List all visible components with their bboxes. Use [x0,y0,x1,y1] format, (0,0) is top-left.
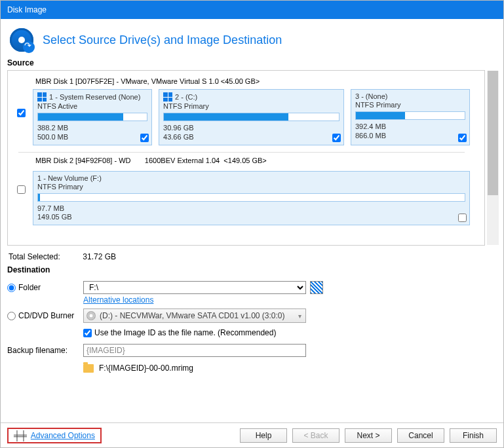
browse-folder-button[interactable] [310,281,323,294]
destination-panel: Folder F:\ Alternative locations CD/DVD … [1,281,503,373]
partition-stats: 97.7 MB 149.05 GB [37,204,465,223]
partition-stats: 388.2 MB 500.0 MB [37,124,147,142]
partition-checkbox[interactable] [458,214,467,222]
alternative-locations-link[interactable]: Alternative locations [83,295,153,305]
burner-select[interactable]: (D:) - NECVMWar, VMware SATA CD01 v1.00 … [83,308,306,323]
use-image-id-checkbox[interactable] [83,329,92,337]
source-list: MBR Disk 1 [D07F5F2E] - VMware, VMware V… [7,70,485,246]
help-button[interactable]: Help [240,428,287,443]
usage-bar [37,193,465,202]
partition-name: 2 - (C:) [175,93,197,101]
partition-type: NTFS Primary [37,183,465,191]
disk1-row: 1 - System Reserved (None) NTFS Active 3… [13,89,470,145]
window-title: Disk Image [7,5,47,14]
partition-type: NTFS Active [37,102,147,110]
total-selected-value: 31.72 GB [83,252,116,261]
partition-name: 1 - System Reserved (None) [49,93,140,101]
usage-bar [355,111,465,120]
destination-section-label: Destination [1,265,503,277]
folder-radio[interactable] [7,284,16,292]
windows-icon [163,92,172,102]
cancel-button[interactable]: Cancel [397,428,444,443]
backup-filename-label: Backup filename: [7,346,79,355]
total-selected-row: Total Selected: 31.72 GB [1,246,503,265]
partition-checkbox[interactable] [458,134,467,142]
source-section-label: Source [1,58,503,70]
partition-type: NTFS Primary [163,102,339,110]
resolved-path: F:\{IMAGEID}-00-00.mrimg [99,364,193,373]
usage-bar [37,113,147,121]
partition-card[interactable]: 1 - New Volume (F:) NTFS Primary 97.7 MB… [33,171,470,226]
folder-radio-label[interactable]: Folder [7,283,79,292]
disk2-row: 1 - New Volume (F:) NTFS Primary 97.7 MB… [13,168,470,226]
partition-name: 1 - New Volume (F:) [37,174,102,182]
partition-card[interactable]: 3 - (None) NTFS Primary 392.4 MB 866.0 M… [351,89,470,145]
wizard-title: Select Source Drive(s) and Image Destina… [43,33,282,47]
partition-type: NTFS Primary [355,101,465,109]
scroll-thumb[interactable] [488,71,498,195]
windows-icon [37,92,47,102]
disk-image-icon [10,28,33,52]
advanced-options-link[interactable]: ╪╪ Advanced Options [7,428,102,443]
advanced-options-label: Advanced Options [31,431,95,440]
folder-path-select[interactable]: F:\ [83,281,306,294]
partition-stats: 392.4 MB 866.0 MB [355,122,465,141]
back-button[interactable]: < Back [292,428,339,443]
burner-radio-label[interactable]: CD/DVD Burner [7,311,79,320]
partition-checkbox[interactable] [140,134,149,142]
burner-value: (D:) - NECVMWar, VMware SATA CD01 v1.00 … [100,311,285,320]
wizard-header: Select Source Drive(s) and Image Destina… [1,19,503,58]
disk2-title: MBR Disk 2 [94F92F08] - WD 1600BEV Exter… [35,157,470,164]
burner-radio[interactable] [7,312,16,320]
disk1-checkbox[interactable] [17,109,26,117]
partition-checkbox[interactable] [332,134,341,142]
disk1-title: MBR Disk 1 [D07F5F2E] - VMware, VMware V… [35,77,470,85]
use-image-id-label: Use the Image ID as the file name. (Reco… [94,328,276,337]
partition-stats: 30.96 GB 43.66 GB [163,124,339,142]
next-button[interactable]: Next > [345,428,392,443]
sliders-icon: ╪╪ [14,431,27,440]
partition-card[interactable]: 1 - System Reserved (None) NTFS Active 3… [33,89,152,145]
total-selected-label: Total Selected: [9,252,81,261]
partition-name: 3 - (None) [355,92,388,100]
folder-icon [83,364,94,373]
title-bar: Disk Image [1,1,503,19]
disk2-checkbox[interactable] [17,185,26,194]
scrollbar[interactable] [487,71,499,245]
backup-filename-input[interactable] [83,344,306,357]
partition-card[interactable]: 2 - (C:) NTFS Primary 30.96 GB 43.66 GB [159,89,344,145]
cd-icon [87,311,96,320]
usage-bar [163,113,339,121]
wizard-footer: ╪╪ Advanced Options Help < Back Next > C… [1,422,503,447]
finish-button[interactable]: Finish [450,428,497,443]
